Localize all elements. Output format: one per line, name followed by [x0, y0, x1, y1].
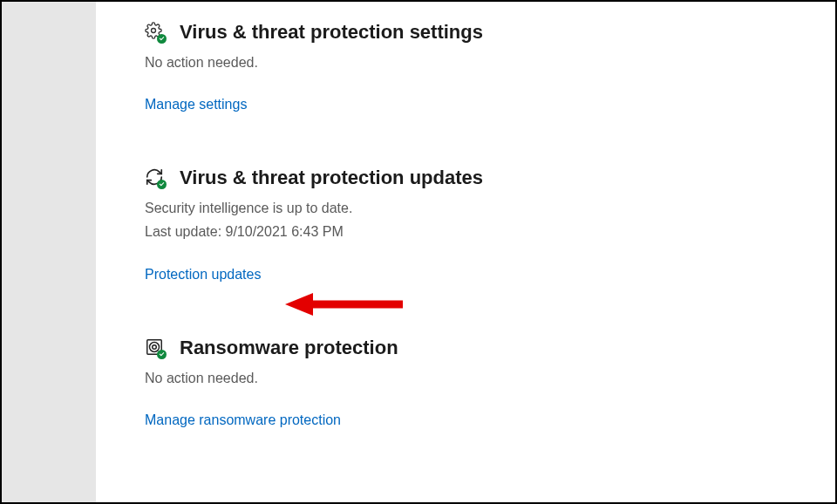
- section-settings-header: Virus & threat protection settings: [145, 21, 835, 44]
- ransomware-icon: [145, 337, 166, 358]
- section-ransomware: Ransomware protection No action needed. …: [145, 337, 835, 428]
- refresh-icon: [145, 167, 166, 188]
- section-updates-title: Virus & threat protection updates: [180, 167, 483, 189]
- section-ransomware-header: Ransomware protection: [145, 337, 835, 359]
- section-settings-status: No action needed.: [145, 52, 835, 74]
- check-badge-icon: [157, 34, 167, 44]
- protection-updates-link[interactable]: Protection updates: [145, 267, 261, 283]
- section-ransomware-status: No action needed.: [145, 368, 835, 390]
- section-updates-status: Security intelligence is up to date.: [145, 198, 835, 220]
- section-settings: Virus & threat protection settings No ac…: [145, 21, 835, 112]
- svg-point-0: [152, 29, 156, 33]
- content-panel: Virus & threat protection settings No ac…: [96, 2, 835, 502]
- gear-icon: [145, 22, 166, 43]
- section-updates-header: Virus & threat protection updates: [145, 167, 835, 189]
- manage-settings-link[interactable]: Manage settings: [145, 97, 247, 112]
- sidebar-gutter: [2, 2, 96, 502]
- svg-point-3: [153, 345, 157, 350]
- section-settings-title: Virus & threat protection settings: [180, 21, 483, 44]
- check-badge-icon: [157, 180, 167, 189]
- manage-ransomware-link[interactable]: Manage ransomware protection: [145, 412, 341, 428]
- section-updates-last: Last update: 9/10/2021 6:43 PM: [145, 221, 835, 243]
- section-ransomware-title: Ransomware protection: [180, 337, 398, 359]
- check-badge-icon: [157, 350, 167, 359]
- section-updates: Virus & threat protection updates Securi…: [145, 167, 835, 283]
